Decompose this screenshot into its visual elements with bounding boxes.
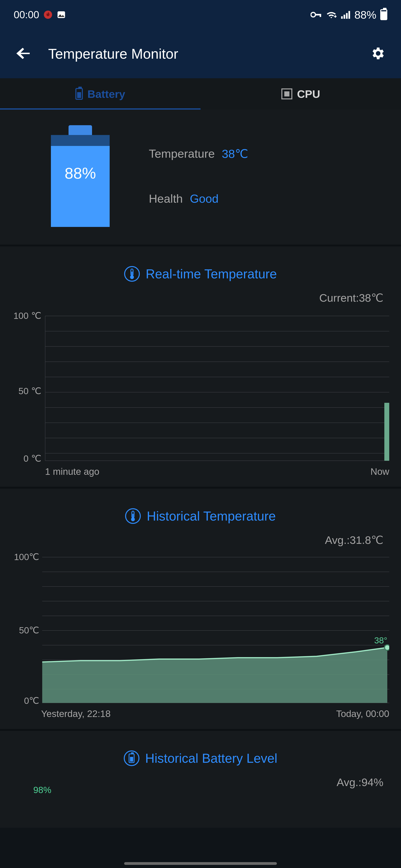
- battery-tab-icon: [76, 88, 83, 100]
- svg-rect-11: [132, 272, 133, 276]
- overview-health: Health Good: [149, 192, 248, 206]
- fire-icon: [44, 10, 53, 19]
- svg-rect-4: [319, 14, 321, 17]
- realtime-title: Real-time Temperature: [146, 267, 277, 281]
- battery-level-avg: Avg.:94%: [0, 774, 401, 795]
- health-label: Health: [149, 192, 183, 206]
- title-bar: Temperature Monitor: [0, 29, 401, 78]
- ytick: 50 ℃: [19, 386, 41, 396]
- svg-text:50℃: 50℃: [19, 625, 39, 636]
- overview-panel: 88% Temperature 38℃ Health Good: [0, 110, 401, 245]
- historical-xstart: Yesterday, 22:18: [41, 708, 111, 719]
- gesture-bar[interactable]: [124, 862, 277, 865]
- svg-text:100℃: 100℃: [14, 552, 39, 562]
- historical-temp-section: Historical Temperature Avg.:31.8℃ 100℃ 5…: [0, 487, 401, 729]
- battery-icon: [380, 9, 387, 20]
- tab-battery[interactable]: Battery: [0, 78, 200, 110]
- clock: 00:00: [14, 9, 39, 21]
- svg-point-42: [384, 645, 389, 650]
- ytick: 100 ℃: [13, 311, 41, 321]
- tab-cpu-label: CPU: [297, 88, 320, 100]
- health-value: Good: [190, 192, 219, 206]
- status-bar: 00:00 88%: [0, 0, 401, 29]
- battery-section-icon: [124, 750, 139, 766]
- vpn-key-icon: [311, 11, 322, 19]
- battery-percent: 88%: [51, 164, 110, 182]
- svg-rect-27: [133, 514, 134, 518]
- svg-rect-7: [346, 13, 348, 19]
- svg-rect-24: [384, 403, 389, 461]
- svg-rect-6: [343, 15, 345, 19]
- temperature-label: Temperature: [149, 147, 215, 160]
- overview-temperature: Temperature 38℃: [149, 147, 248, 161]
- tab-battery-label: Battery: [88, 88, 125, 100]
- svg-rect-5: [341, 16, 343, 19]
- historical-xend: Today, 00:00: [336, 708, 389, 719]
- temperature-value: 38℃: [222, 147, 248, 161]
- realtime-current: Current:38℃: [0, 289, 401, 310]
- historical-chart[interactable]: 100℃ 50℃ 0℃: [12, 552, 389, 705]
- realtime-xstart: 1 minute ago: [45, 466, 99, 477]
- thermometer-icon: [125, 508, 141, 524]
- realtime-chart[interactable]: 100 ℃ 50 ℃ 0 ℃: [12, 310, 389, 463]
- historical-battery-section: Historical Battery Level Avg.:94% 98%: [0, 729, 401, 828]
- realtime-xend: Now: [370, 466, 389, 477]
- svg-text:0℃: 0℃: [24, 696, 39, 705]
- wifi-icon: [326, 10, 337, 19]
- battery-graphic: 88%: [51, 125, 110, 227]
- battery-level-title: Historical Battery Level: [145, 751, 278, 766]
- settings-button[interactable]: [370, 45, 385, 62]
- tab-cpu[interactable]: CPU: [200, 78, 401, 110]
- page-title: Temperature Monitor: [48, 46, 354, 62]
- back-button[interactable]: [16, 45, 32, 63]
- cpu-tab-icon: [281, 88, 292, 99]
- tabs: Battery CPU: [0, 78, 401, 110]
- svg-text:38°: 38°: [374, 636, 387, 645]
- svg-point-2: [311, 12, 315, 17]
- historical-avg: Avg.:31.8℃: [0, 532, 401, 552]
- cell-signal-icon: [341, 10, 350, 19]
- statusbar-battery-pct: 88%: [354, 8, 376, 21]
- historical-title: Historical Temperature: [147, 508, 276, 524]
- thermometer-icon: [124, 266, 140, 282]
- battery-level-start-label: 98%: [33, 785, 51, 795]
- svg-rect-1: [58, 11, 65, 18]
- image-icon: [57, 10, 66, 19]
- ytick: 0 ℃: [24, 454, 41, 463]
- svg-rect-8: [348, 11, 350, 19]
- realtime-section: Real-time Temperature Current:38℃ 100 ℃ …: [0, 245, 401, 487]
